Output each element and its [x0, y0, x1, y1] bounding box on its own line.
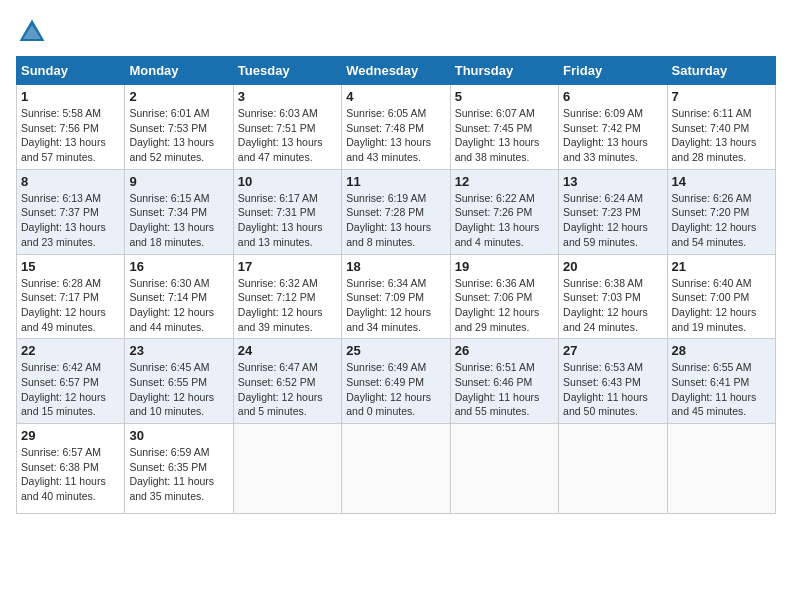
calendar-cell: [667, 424, 775, 514]
calendar-cell: 28Sunrise: 6:55 AMSunset: 6:41 PMDayligh…: [667, 339, 775, 424]
calendar-cell: 1Sunrise: 5:58 AMSunset: 7:56 PMDaylight…: [17, 85, 125, 170]
day-number: 3: [238, 89, 337, 104]
day-detail: Sunrise: 6:49 AMSunset: 6:49 PMDaylight:…: [346, 360, 445, 419]
day-number: 30: [129, 428, 228, 443]
calendar-cell: 30Sunrise: 6:59 AMSunset: 6:35 PMDayligh…: [125, 424, 233, 514]
day-number: 18: [346, 259, 445, 274]
calendar-cell: 13Sunrise: 6:24 AMSunset: 7:23 PMDayligh…: [559, 169, 667, 254]
day-detail: Sunrise: 5:58 AMSunset: 7:56 PMDaylight:…: [21, 106, 120, 165]
day-number: 23: [129, 343, 228, 358]
calendar-cell: 6Sunrise: 6:09 AMSunset: 7:42 PMDaylight…: [559, 85, 667, 170]
calendar-cell: 25Sunrise: 6:49 AMSunset: 6:49 PMDayligh…: [342, 339, 450, 424]
day-detail: Sunrise: 6:22 AMSunset: 7:26 PMDaylight:…: [455, 191, 554, 250]
day-detail: Sunrise: 6:55 AMSunset: 6:41 PMDaylight:…: [672, 360, 771, 419]
day-number: 14: [672, 174, 771, 189]
day-detail: Sunrise: 6:19 AMSunset: 7:28 PMDaylight:…: [346, 191, 445, 250]
calendar-header-wednesday: Wednesday: [342, 57, 450, 85]
calendar-cell: 19Sunrise: 6:36 AMSunset: 7:06 PMDayligh…: [450, 254, 558, 339]
calendar-header-tuesday: Tuesday: [233, 57, 341, 85]
calendar-cell: 14Sunrise: 6:26 AMSunset: 7:20 PMDayligh…: [667, 169, 775, 254]
day-detail: Sunrise: 6:51 AMSunset: 6:46 PMDaylight:…: [455, 360, 554, 419]
calendar-cell: [450, 424, 558, 514]
calendar-week-row: 8Sunrise: 6:13 AMSunset: 7:37 PMDaylight…: [17, 169, 776, 254]
calendar-table: SundayMondayTuesdayWednesdayThursdayFrid…: [16, 56, 776, 514]
day-detail: Sunrise: 6:42 AMSunset: 6:57 PMDaylight:…: [21, 360, 120, 419]
day-number: 7: [672, 89, 771, 104]
day-detail: Sunrise: 6:26 AMSunset: 7:20 PMDaylight:…: [672, 191, 771, 250]
day-detail: Sunrise: 6:05 AMSunset: 7:48 PMDaylight:…: [346, 106, 445, 165]
day-detail: Sunrise: 6:03 AMSunset: 7:51 PMDaylight:…: [238, 106, 337, 165]
day-detail: Sunrise: 6:15 AMSunset: 7:34 PMDaylight:…: [129, 191, 228, 250]
calendar-header-monday: Monday: [125, 57, 233, 85]
calendar-cell: 27Sunrise: 6:53 AMSunset: 6:43 PMDayligh…: [559, 339, 667, 424]
calendar-cell: 17Sunrise: 6:32 AMSunset: 7:12 PMDayligh…: [233, 254, 341, 339]
day-number: 28: [672, 343, 771, 358]
day-detail: Sunrise: 6:30 AMSunset: 7:14 PMDaylight:…: [129, 276, 228, 335]
calendar-header-thursday: Thursday: [450, 57, 558, 85]
day-detail: Sunrise: 6:32 AMSunset: 7:12 PMDaylight:…: [238, 276, 337, 335]
calendar-cell: 7Sunrise: 6:11 AMSunset: 7:40 PMDaylight…: [667, 85, 775, 170]
calendar-header-sunday: Sunday: [17, 57, 125, 85]
day-number: 20: [563, 259, 662, 274]
day-number: 8: [21, 174, 120, 189]
calendar-cell: 24Sunrise: 6:47 AMSunset: 6:52 PMDayligh…: [233, 339, 341, 424]
calendar-cell: 26Sunrise: 6:51 AMSunset: 6:46 PMDayligh…: [450, 339, 558, 424]
calendar-cell: 12Sunrise: 6:22 AMSunset: 7:26 PMDayligh…: [450, 169, 558, 254]
day-number: 11: [346, 174, 445, 189]
day-detail: Sunrise: 6:47 AMSunset: 6:52 PMDaylight:…: [238, 360, 337, 419]
day-number: 9: [129, 174, 228, 189]
calendar-cell: 23Sunrise: 6:45 AMSunset: 6:55 PMDayligh…: [125, 339, 233, 424]
day-number: 21: [672, 259, 771, 274]
calendar-cell: 16Sunrise: 6:30 AMSunset: 7:14 PMDayligh…: [125, 254, 233, 339]
day-number: 10: [238, 174, 337, 189]
calendar-header-friday: Friday: [559, 57, 667, 85]
calendar-header-saturday: Saturday: [667, 57, 775, 85]
calendar-cell: 4Sunrise: 6:05 AMSunset: 7:48 PMDaylight…: [342, 85, 450, 170]
day-detail: Sunrise: 6:53 AMSunset: 6:43 PMDaylight:…: [563, 360, 662, 419]
day-detail: Sunrise: 6:40 AMSunset: 7:00 PMDaylight:…: [672, 276, 771, 335]
day-number: 27: [563, 343, 662, 358]
day-number: 24: [238, 343, 337, 358]
day-detail: Sunrise: 6:17 AMSunset: 7:31 PMDaylight:…: [238, 191, 337, 250]
calendar-cell: 22Sunrise: 6:42 AMSunset: 6:57 PMDayligh…: [17, 339, 125, 424]
calendar-cell: 21Sunrise: 6:40 AMSunset: 7:00 PMDayligh…: [667, 254, 775, 339]
calendar-cell: [559, 424, 667, 514]
calendar-cell: 18Sunrise: 6:34 AMSunset: 7:09 PMDayligh…: [342, 254, 450, 339]
day-number: 29: [21, 428, 120, 443]
day-detail: Sunrise: 6:45 AMSunset: 6:55 PMDaylight:…: [129, 360, 228, 419]
calendar-cell: 3Sunrise: 6:03 AMSunset: 7:51 PMDaylight…: [233, 85, 341, 170]
day-detail: Sunrise: 6:34 AMSunset: 7:09 PMDaylight:…: [346, 276, 445, 335]
day-detail: Sunrise: 6:59 AMSunset: 6:35 PMDaylight:…: [129, 445, 228, 504]
day-detail: Sunrise: 6:09 AMSunset: 7:42 PMDaylight:…: [563, 106, 662, 165]
calendar-cell: 11Sunrise: 6:19 AMSunset: 7:28 PMDayligh…: [342, 169, 450, 254]
day-detail: Sunrise: 6:11 AMSunset: 7:40 PMDaylight:…: [672, 106, 771, 165]
day-number: 1: [21, 89, 120, 104]
day-number: 12: [455, 174, 554, 189]
day-detail: Sunrise: 6:57 AMSunset: 6:38 PMDaylight:…: [21, 445, 120, 504]
day-detail: Sunrise: 6:07 AMSunset: 7:45 PMDaylight:…: [455, 106, 554, 165]
day-number: 2: [129, 89, 228, 104]
day-number: 16: [129, 259, 228, 274]
day-number: 19: [455, 259, 554, 274]
page-header: [16, 16, 776, 48]
calendar-cell: 5Sunrise: 6:07 AMSunset: 7:45 PMDaylight…: [450, 85, 558, 170]
day-detail: Sunrise: 6:38 AMSunset: 7:03 PMDaylight:…: [563, 276, 662, 335]
calendar-cell: 29Sunrise: 6:57 AMSunset: 6:38 PMDayligh…: [17, 424, 125, 514]
calendar-week-row: 29Sunrise: 6:57 AMSunset: 6:38 PMDayligh…: [17, 424, 776, 514]
calendar-cell: 20Sunrise: 6:38 AMSunset: 7:03 PMDayligh…: [559, 254, 667, 339]
calendar-week-row: 15Sunrise: 6:28 AMSunset: 7:17 PMDayligh…: [17, 254, 776, 339]
calendar-header-row: SundayMondayTuesdayWednesdayThursdayFrid…: [17, 57, 776, 85]
day-detail: Sunrise: 6:36 AMSunset: 7:06 PMDaylight:…: [455, 276, 554, 335]
calendar-week-row: 22Sunrise: 6:42 AMSunset: 6:57 PMDayligh…: [17, 339, 776, 424]
day-number: 15: [21, 259, 120, 274]
day-number: 26: [455, 343, 554, 358]
day-number: 6: [563, 89, 662, 104]
day-number: 17: [238, 259, 337, 274]
day-detail: Sunrise: 6:28 AMSunset: 7:17 PMDaylight:…: [21, 276, 120, 335]
day-number: 13: [563, 174, 662, 189]
day-number: 5: [455, 89, 554, 104]
day-number: 25: [346, 343, 445, 358]
calendar-cell: [233, 424, 341, 514]
calendar-cell: 8Sunrise: 6:13 AMSunset: 7:37 PMDaylight…: [17, 169, 125, 254]
calendar-cell: 10Sunrise: 6:17 AMSunset: 7:31 PMDayligh…: [233, 169, 341, 254]
